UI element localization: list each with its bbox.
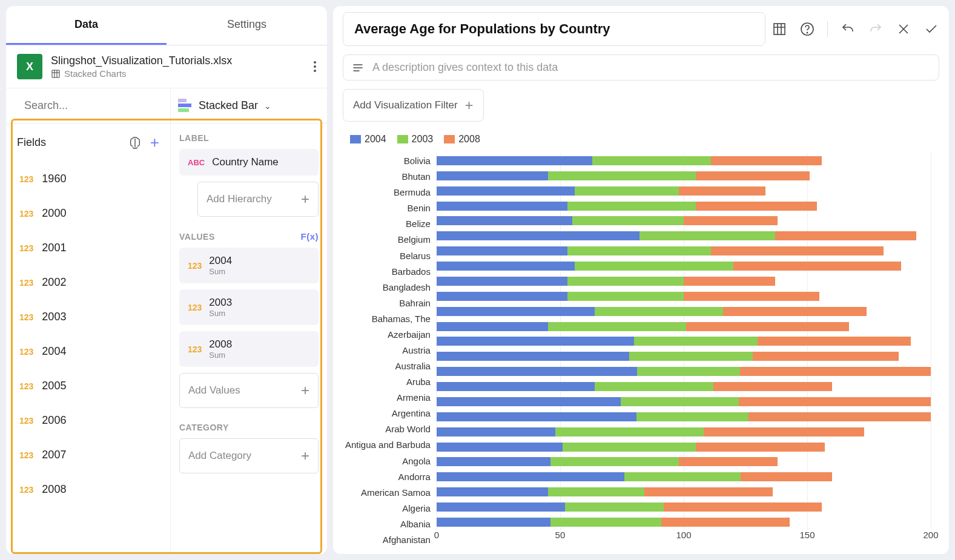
bar-segment-2008[interactable]	[713, 382, 832, 391]
bar-segment-2003[interactable]	[634, 337, 758, 346]
bar-segment-2008[interactable]	[741, 472, 832, 481]
bar-segment-2008[interactable]	[696, 443, 824, 452]
bar-segment-2004[interactable]	[437, 367, 637, 376]
bar-segment-2003[interactable]	[565, 502, 664, 512]
value-chip-2008[interactable]: 1232008Sum	[179, 331, 319, 367]
bar-segment-2008[interactable]	[664, 502, 822, 512]
label-chip-country[interactable]: ABC Country Name	[179, 149, 319, 176]
description-input[interactable]	[372, 61, 930, 74]
bar-segment-2003[interactable]	[550, 457, 679, 466]
bar-segment-2004[interactable]	[437, 472, 624, 481]
bar-segment-2008[interactable]	[679, 186, 765, 196]
field-item-2005[interactable]: 1232005	[6, 369, 170, 403]
bar-segment-2008[interactable]	[679, 457, 778, 466]
bar-segment-2004[interactable]	[437, 216, 572, 225]
search-input[interactable]	[24, 99, 165, 112]
bar-segment-2004[interactable]	[437, 382, 595, 391]
bar-segment-2003[interactable]	[548, 487, 644, 496]
value-chip-2004[interactable]: 1232004Sum	[179, 248, 319, 283]
bar-segment-2003[interactable]	[624, 472, 741, 481]
field-item-2002[interactable]: 1232002	[6, 265, 170, 300]
vis-type-selector[interactable]: Stacked Bar ⌄	[171, 88, 327, 124]
bar-segment-2003[interactable]	[629, 352, 753, 361]
bar-segment-2004[interactable]	[437, 262, 575, 271]
bar-segment-2003[interactable]	[592, 156, 711, 165]
bar-segment-2008[interactable]	[661, 518, 790, 527]
bar-segment-2003[interactable]	[575, 186, 678, 196]
brain-icon[interactable]	[128, 136, 142, 150]
bar-segment-2008[interactable]	[686, 322, 849, 331]
bar-segment-2004[interactable]	[437, 502, 565, 512]
bar-segment-2008[interactable]	[748, 412, 931, 421]
bar-segment-2004[interactable]	[437, 292, 567, 301]
bar-segment-2004[interactable]	[437, 322, 548, 331]
field-item-2007[interactable]: 1232007	[6, 438, 170, 472]
bar-segment-2008[interactable]	[740, 367, 931, 376]
bar-segment-2004[interactable]	[437, 427, 555, 436]
bar-segment-2004[interactable]	[437, 518, 550, 527]
bar-segment-2004[interactable]	[437, 307, 595, 316]
field-item-2008[interactable]: 1232008	[6, 472, 170, 507]
bar-segment-2004[interactable]	[437, 186, 575, 196]
bar-segment-2008[interactable]	[696, 171, 810, 180]
bar-segment-2003[interactable]	[572, 216, 684, 225]
bar-segment-2004[interactable]	[437, 246, 567, 255]
bar-segment-2004[interactable]	[437, 202, 567, 211]
bar-segment-2004[interactable]	[437, 487, 548, 496]
bar-segment-2003[interactable]	[555, 427, 704, 436]
bar-segment-2003[interactable]	[567, 292, 684, 301]
fx-button[interactable]: F(x)	[301, 231, 319, 242]
field-item-2003[interactable]: 1232003	[6, 300, 170, 334]
legend-item-2003[interactable]: 2003	[397, 134, 434, 145]
bar-segment-2008[interactable]	[684, 292, 819, 301]
close-icon[interactable]	[896, 21, 911, 37]
undo-icon[interactable]	[840, 21, 856, 37]
bar-segment-2003[interactable]	[636, 412, 748, 421]
bar-segment-2004[interactable]	[437, 457, 550, 466]
bar-segment-2008[interactable]	[775, 231, 916, 240]
field-item-2006[interactable]: 1232006	[6, 403, 170, 438]
field-item-1960[interactable]: 1231960	[6, 162, 170, 196]
tab-data[interactable]: Data	[6, 6, 167, 45]
bar-segment-2008[interactable]	[684, 216, 778, 225]
add-filter-button[interactable]: Add Visualization Filter +	[343, 89, 484, 122]
field-item-2004[interactable]: 1232004	[6, 334, 170, 369]
legend-item-2004[interactable]: 2004	[350, 134, 386, 145]
bar-segment-2008[interactable]	[723, 307, 867, 316]
field-item-2001[interactable]: 1232001	[6, 231, 170, 265]
bar-segment-2008[interactable]	[711, 156, 822, 165]
bar-segment-2004[interactable]	[437, 443, 563, 452]
value-chip-2003[interactable]: 1232003Sum	[179, 289, 319, 325]
bar-segment-2003[interactable]	[595, 307, 723, 316]
more-icon[interactable]	[314, 59, 316, 74]
bar-segment-2008[interactable]	[758, 337, 911, 346]
bar-segment-2004[interactable]	[437, 337, 634, 346]
bar-segment-2008[interactable]	[704, 427, 864, 436]
bar-segment-2003[interactable]	[567, 202, 696, 211]
bar-segment-2004[interactable]	[437, 412, 636, 421]
bar-segment-2008[interactable]	[684, 277, 775, 286]
bar-segment-2003[interactable]	[637, 367, 740, 376]
viz-title-input[interactable]	[343, 12, 765, 46]
add-field-icon[interactable]: +	[150, 133, 159, 152]
add-values-button[interactable]: Add Values +	[179, 373, 319, 408]
bar-segment-2003[interactable]	[548, 171, 696, 180]
bar-segment-2004[interactable]	[437, 231, 639, 240]
bar-segment-2003[interactable]	[567, 277, 684, 286]
bar-segment-2004[interactable]	[437, 352, 629, 361]
add-hierarchy-button[interactable]: Add Hierarchy +	[197, 182, 319, 217]
bar-segment-2008[interactable]	[644, 487, 773, 496]
bar-segment-2003[interactable]	[575, 262, 733, 271]
bar-segment-2008[interactable]	[696, 202, 817, 211]
bar-segment-2003[interactable]	[567, 246, 711, 255]
bar-segment-2008[interactable]	[733, 262, 901, 271]
redo-icon[interactable]	[868, 21, 884, 37]
tab-settings[interactable]: Settings	[167, 6, 327, 45]
confirm-icon[interactable]	[924, 21, 939, 37]
bar-segment-2008[interactable]	[753, 352, 899, 361]
legend-item-2008[interactable]: 2008	[444, 134, 480, 145]
bar-segment-2004[interactable]	[437, 171, 548, 180]
add-category-button[interactable]: Add Category +	[179, 438, 319, 473]
bar-segment-2003[interactable]	[639, 231, 775, 240]
bar-segment-2003[interactable]	[595, 382, 713, 391]
